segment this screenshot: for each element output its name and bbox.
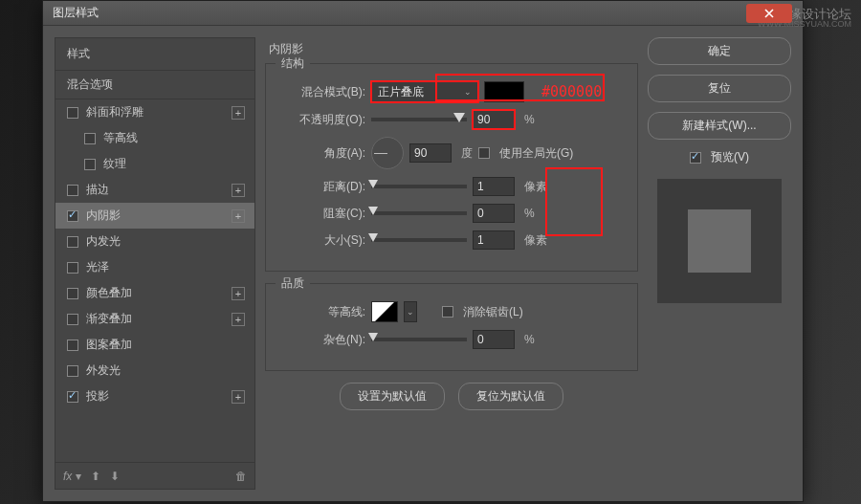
size-label: 大小(S): bbox=[279, 232, 365, 249]
checkbox-icon[interactable] bbox=[67, 288, 78, 299]
new-style-button[interactable]: 新建样式(W)... bbox=[648, 112, 791, 140]
size-slider[interactable] bbox=[371, 238, 467, 242]
distance-input[interactable]: 1 bbox=[473, 177, 515, 196]
plus-icon[interactable]: + bbox=[232, 184, 245, 197]
px-unit: 像素 bbox=[524, 179, 547, 195]
checkbox-icon[interactable] bbox=[67, 210, 78, 222]
sidebar-item-inner-shadow[interactable]: 内阴影+ bbox=[55, 203, 254, 229]
percent-unit: % bbox=[524, 207, 535, 220]
checkbox-icon[interactable] bbox=[67, 314, 78, 325]
plus-icon[interactable]: + bbox=[232, 390, 245, 404]
sidebar-blend-options[interactable]: 混合选项 bbox=[55, 71, 254, 99]
opacity-input[interactable]: 90 bbox=[473, 110, 515, 129]
sidebar-item-outer-glow[interactable]: 外发光 bbox=[55, 358, 254, 383]
noise-input[interactable]: 0 bbox=[473, 330, 515, 349]
blend-mode-combo[interactable]: 正片叠底⌄ bbox=[371, 81, 478, 102]
opacity-label: 不透明度(O): bbox=[279, 112, 365, 128]
sidebar-item-satin[interactable]: 光泽 bbox=[55, 254, 254, 280]
angle-label: 角度(A): bbox=[279, 145, 365, 162]
opacity-slider[interactable] bbox=[371, 118, 467, 121]
sidebar-item-color-overlay[interactable]: 颜色叠加+ bbox=[55, 280, 254, 306]
arrow-down-icon[interactable]: ⬇ bbox=[110, 470, 120, 483]
dialog-titlebar: 图层样式 bbox=[43, 1, 803, 26]
close-icon bbox=[764, 9, 774, 18]
checkbox-icon[interactable] bbox=[67, 236, 78, 248]
contour-label: 等高线: bbox=[279, 304, 365, 320]
quality-group: 品质 等高线: ⌄ 消除锯齿(L) 杂色(N): 0 % bbox=[265, 283, 638, 371]
global-light-checkbox[interactable] bbox=[478, 147, 490, 159]
antialias-checkbox[interactable] bbox=[442, 306, 453, 318]
size-input[interactable]: 1 bbox=[473, 230, 515, 250]
choke-label: 阻塞(C): bbox=[279, 206, 365, 222]
layer-style-dialog: 图层样式 样式 混合选项 斜面和浮雕+ 等高线 纹理 描边+ 内阴影+ 内发光 … bbox=[42, 0, 804, 502]
styles-sidebar: 样式 混合选项 斜面和浮雕+ 等高线 纹理 描边+ 内阴影+ 内发光 光泽 颜色… bbox=[55, 37, 255, 490]
color-annotation: #000000 bbox=[541, 83, 602, 100]
checkbox-icon[interactable] bbox=[84, 159, 96, 170]
checkbox-icon[interactable] bbox=[67, 262, 78, 274]
sidebar-item-inner-glow[interactable]: 内发光 bbox=[55, 229, 254, 254]
preview-checkbox[interactable] bbox=[690, 152, 701, 164]
set-default-button[interactable]: 设置为默认值 bbox=[340, 383, 445, 410]
sidebar-item-stroke[interactable]: 描边+ bbox=[55, 177, 254, 203]
preview-thumbnail bbox=[657, 179, 782, 303]
choke-input[interactable]: 0 bbox=[473, 204, 515, 223]
sidebar-item-gradient-overlay[interactable]: 渐变叠加+ bbox=[55, 306, 254, 332]
antialias-label: 消除锯齿(L) bbox=[463, 304, 523, 320]
quality-group-title: 品质 bbox=[276, 275, 310, 292]
chevron-down-icon: ⌄ bbox=[464, 87, 472, 97]
noise-label: 杂色(N): bbox=[279, 332, 365, 348]
sidebar-item-bevel[interactable]: 斜面和浮雕+ bbox=[55, 99, 254, 125]
structure-group-title: 结构 bbox=[276, 55, 310, 72]
window-close-button[interactable] bbox=[746, 4, 792, 23]
angle-dial[interactable] bbox=[371, 137, 404, 169]
plus-icon[interactable]: + bbox=[232, 313, 245, 326]
sidebar-item-pattern-overlay[interactable]: 图案叠加 bbox=[55, 332, 254, 358]
ok-button[interactable]: 确定 bbox=[648, 37, 791, 65]
percent-unit: % bbox=[524, 333, 535, 346]
reset-default-button[interactable]: 复位为默认值 bbox=[458, 383, 563, 410]
angle-input[interactable]: 90 bbox=[409, 143, 452, 163]
effect-settings-panel: 内阴影 结构 混合模式(B): 正片叠底⌄ #000000 不透明度(O): 9… bbox=[265, 37, 638, 490]
checkbox-icon[interactable] bbox=[67, 365, 78, 377]
checkbox-icon[interactable] bbox=[84, 133, 96, 144]
preview-shape bbox=[688, 209, 751, 273]
panel-title: 内阴影 bbox=[265, 37, 638, 63]
sidebar-item-drop-shadow[interactable]: 投影+ bbox=[55, 383, 254, 409]
slider-thumb-icon[interactable] bbox=[453, 113, 465, 122]
checkbox-icon[interactable] bbox=[67, 391, 78, 403]
trash-icon[interactable]: 🗑 bbox=[235, 470, 247, 483]
checkbox-icon[interactable] bbox=[67, 107, 78, 119]
plus-icon[interactable]: + bbox=[232, 209, 245, 223]
distance-label: 距离(D): bbox=[279, 179, 365, 195]
arrow-up-icon[interactable]: ⬆ bbox=[91, 470, 100, 483]
sidebar-item-contour[interactable]: 等高线 bbox=[55, 125, 254, 151]
structure-group: 结构 混合模式(B): 正片叠底⌄ #000000 不透明度(O): 90 % bbox=[265, 63, 638, 272]
sidebar-item-texture[interactable]: 纹理 bbox=[55, 151, 254, 177]
blend-mode-label: 混合模式(B): bbox=[279, 84, 365, 100]
angle-unit: 度 bbox=[461, 145, 473, 162]
color-swatch[interactable] bbox=[484, 81, 524, 102]
px-unit: 像素 bbox=[524, 232, 547, 249]
cancel-button[interactable]: 复位 bbox=[648, 75, 791, 102]
preview-label: 预览(V) bbox=[711, 149, 749, 165]
sidebar-styles-header[interactable]: 样式 bbox=[55, 38, 254, 71]
distance-slider[interactable] bbox=[371, 185, 467, 188]
plus-icon[interactable]: + bbox=[232, 106, 245, 120]
contour-dropdown[interactable]: ⌄ bbox=[404, 301, 417, 322]
slider-thumb-icon[interactable] bbox=[368, 333, 378, 341]
noise-slider[interactable] bbox=[371, 338, 467, 341]
contour-picker[interactable] bbox=[371, 301, 398, 322]
checkbox-icon[interactable] bbox=[67, 185, 78, 196]
fx-menu[interactable]: fx ▾ bbox=[63, 470, 81, 483]
checkbox-icon[interactable] bbox=[67, 340, 78, 351]
percent-unit: % bbox=[524, 113, 535, 126]
plus-icon[interactable]: + bbox=[232, 287, 245, 300]
slider-thumb-icon[interactable] bbox=[368, 233, 378, 242]
slider-thumb-icon[interactable] bbox=[368, 207, 378, 215]
choke-slider[interactable] bbox=[371, 211, 467, 215]
dialog-title: 图层样式 bbox=[53, 5, 99, 21]
slider-thumb-icon[interactable] bbox=[368, 180, 378, 188]
global-light-label: 使用全局光(G) bbox=[499, 145, 573, 162]
dialog-right-pane: 确定 复位 新建样式(W)... 预览(V) bbox=[648, 37, 791, 490]
